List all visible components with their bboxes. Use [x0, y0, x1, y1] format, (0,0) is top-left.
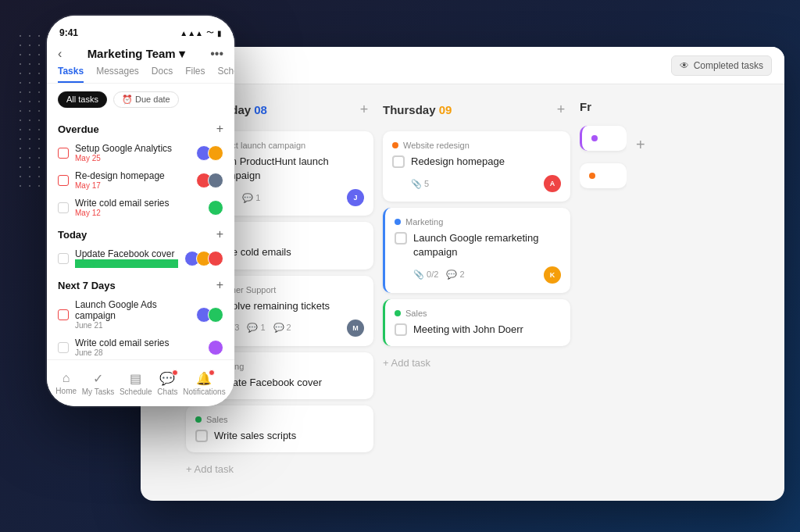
label-color-dot — [395, 310, 401, 316]
task-card[interactable]: Marketing Launch Google remarketing camp… — [383, 208, 570, 292]
nav-home-label: Home — [55, 387, 77, 395]
add-card-wed-button[interactable]: + — [355, 100, 373, 119]
mobile-phone: 9:41 ▲▲▲ 〜 ▮ ‹ Marketing Team ▾ ••• Task… — [47, 16, 234, 406]
card-checkbox-area: Write sales scripts — [195, 429, 364, 443]
filter-all-tasks[interactable]: All tasks — [58, 91, 107, 108]
avatar — [208, 145, 223, 161]
task-info: Re-design homepage May 17 — [75, 170, 190, 190]
add-card-thu-button[interactable]: + — [552, 100, 570, 119]
task-checkbox[interactable] — [58, 175, 69, 186]
nav-tasks-label: My Tasks — [82, 387, 115, 396]
task-avatars — [196, 173, 223, 188]
tab-docs[interactable]: Docs — [152, 66, 173, 83]
label-color-dot — [392, 142, 398, 148]
add-task-button-wed[interactable]: + Add task — [186, 459, 373, 480]
nav-notifications-label: Notifications — [183, 387, 225, 396]
task-card[interactable]: Sales Write sales scripts — [186, 405, 373, 452]
filter-due-date[interactable]: ⏰ Due date — [113, 91, 179, 108]
section-today-header: Today + — [58, 221, 223, 245]
task-card-partial — [580, 126, 627, 151]
task-avatar: K — [544, 266, 561, 284]
tab-tasks[interactable]: Tasks — [58, 66, 84, 83]
add-column-right-button[interactable]: + — [636, 97, 659, 488]
list-item[interactable]: Setup Google Analytics May 25 — [58, 139, 223, 166]
task-checkbox[interactable] — [58, 309, 69, 320]
kanban-column-thursday: Thursday 09 + Website redesign Redesign … — [383, 97, 570, 488]
tab-messages[interactable]: Messages — [96, 66, 139, 83]
phone-status-bar: 9:41 ▲▲▲ 〜 ▮ — [47, 16, 234, 44]
phone-time: 9:41 — [59, 27, 78, 38]
column-title-fri: Fr — [580, 100, 591, 113]
label-color-dot — [195, 416, 202, 423]
task-checkbox[interactable] — [392, 155, 405, 168]
column-header-thu: Thursday 09 + — [383, 97, 570, 125]
task-card[interactable]: Website redesign Redesign homepage 📎 5 A — [383, 131, 570, 202]
list-item[interactable]: Launch Google Ads campaign June 21 — [58, 295, 223, 334]
avatar — [208, 173, 223, 188]
task-checkbox[interactable] — [395, 232, 407, 245]
kanban-board: + Wednesday 08 + Product launch campaign… — [141, 84, 784, 501]
phone-app-title: Marketing Team ▾ — [88, 47, 185, 61]
nav-home[interactable]: ⌂ Home — [55, 371, 77, 395]
task-avatar: A — [544, 175, 561, 192]
list-item[interactable]: Write cold email series June 28 — [58, 334, 223, 361]
tasks-icon: ✓ — [93, 371, 103, 386]
label-color-dot — [395, 219, 401, 225]
list-item[interactable]: Update Facebook cover Today — [58, 245, 223, 272]
task-checkbox[interactable] — [395, 323, 407, 336]
more-button[interactable]: ••• — [210, 47, 223, 61]
avatar — [208, 340, 223, 355]
task-checkbox[interactable] — [195, 430, 208, 442]
task-avatars — [208, 200, 223, 216]
task-checkbox[interactable] — [58, 202, 69, 213]
nav-schedule[interactable]: ▤ Schedule — [120, 371, 152, 396]
attachment-count: 📎 0/2 — [413, 270, 438, 280]
battery-icon: ▮ — [217, 29, 222, 37]
avatar — [208, 200, 223, 216]
avatar — [208, 307, 223, 323]
card-label: Website redesign — [392, 141, 561, 150]
notifications-icon: 🔔 — [196, 371, 212, 386]
phone-tabs: Tasks Messages Docs Files Schedule — [47, 66, 234, 84]
kanban-column-friday-partial: Fr — [580, 97, 627, 488]
tab-schedule[interactable]: Schedule — [218, 66, 234, 83]
task-checkbox[interactable] — [58, 342, 69, 353]
completed-tasks-button[interactable]: 👁 Completed tasks — [671, 55, 772, 76]
list-item[interactable]: Re-design homepage May 17 — [58, 166, 223, 194]
attachment-count: 📎 5 — [411, 179, 429, 189]
section-add-overdue[interactable]: + — [216, 122, 223, 136]
nav-my-tasks[interactable]: ✓ My Tasks — [82, 371, 115, 396]
task-card[interactable]: Sales Meeting with John Doerr — [383, 299, 570, 346]
card-checkbox-area: Redesign homepage — [392, 155, 561, 169]
card-meta: 📎 5 A — [392, 175, 561, 192]
desktop-header: day 👁 Completed tasks — [141, 47, 784, 84]
task-info: Write cold email series May 12 — [75, 198, 202, 217]
task-info: Write cold email series June 28 — [75, 337, 202, 357]
nav-chats[interactable]: 💬 Chats — [157, 371, 177, 396]
eye-icon: 👁 — [680, 60, 689, 71]
list-item[interactable]: Write cold email series May 12 — [58, 194, 223, 221]
add-task-button-thu[interactable]: + Add task — [383, 352, 570, 373]
task-info: Update Facebook cover Today — [75, 248, 178, 268]
phone-filters: All tasks ⏰ Due date — [47, 84, 234, 116]
task-avatars — [196, 145, 223, 161]
section-add-next7[interactable]: + — [216, 278, 223, 292]
task-checkbox[interactable] — [58, 148, 69, 159]
section-add-today[interactable]: + — [216, 227, 223, 241]
card-label: Marketing — [395, 217, 561, 227]
phone-bottom-nav: ⌂ Home ✓ My Tasks ▤ Schedule 💬 Chats 🔔 N… — [47, 359, 234, 406]
schedule-icon: ▤ — [130, 371, 141, 386]
wifi-icon: 〜 — [206, 27, 214, 38]
task-avatar: J — [347, 189, 364, 206]
home-icon: ⌂ — [62, 371, 70, 385]
desktop-app: day 👁 Completed tasks + Wednesday 08 + P… — [141, 47, 784, 501]
chats-icon: 💬 — [159, 371, 175, 386]
section-title-overdue: Overdue — [58, 123, 99, 135]
nav-notifications[interactable]: 🔔 Notifications — [183, 371, 225, 396]
back-button[interactable]: ‹ — [58, 47, 62, 61]
nav-chats-label: Chats — [157, 387, 177, 396]
comment-count: 💬 1 — [242, 193, 260, 203]
task-checkbox[interactable] — [58, 253, 69, 264]
phone-app-header: ‹ Marketing Team ▾ ••• — [47, 44, 234, 66]
tab-files[interactable]: Files — [185, 66, 205, 83]
